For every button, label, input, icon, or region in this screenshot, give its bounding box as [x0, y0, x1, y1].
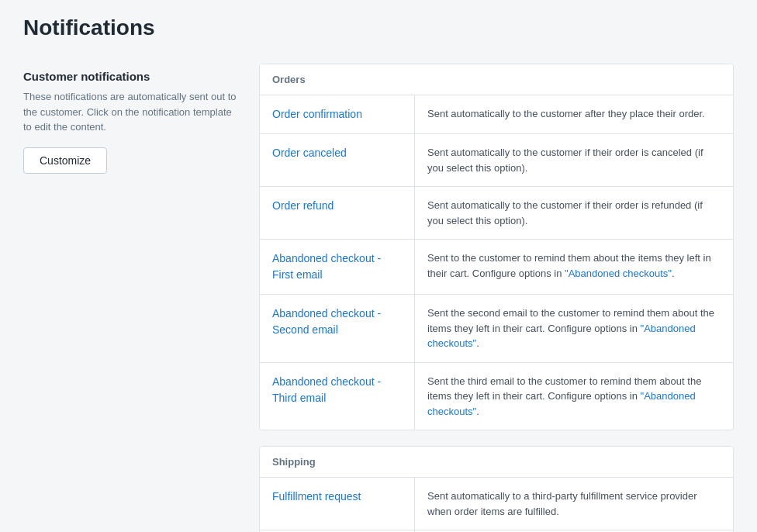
notification-link[interactable]: Order canceled	[272, 147, 347, 159]
customize-button[interactable]: Customize	[23, 147, 107, 174]
main-content: OrdersOrder confirmationSent automatical…	[259, 64, 734, 532]
section-header-shipping: Shipping	[260, 447, 733, 478]
notification-name-cell: Abandoned checkout - Third email	[260, 363, 415, 430]
section-orders: OrdersOrder confirmationSent automatical…	[259, 64, 734, 430]
notification-name-cell: Order refund	[260, 187, 415, 239]
notification-link[interactable]: Order confirmation	[272, 108, 362, 120]
notification-link[interactable]: Abandoned checkout - Third email	[272, 375, 381, 404]
notification-row: Order canceledSent automatically to the …	[260, 134, 733, 187]
page-title: Notifications	[23, 16, 734, 40]
notification-row: Abandoned checkout - Third emailSent the…	[260, 363, 733, 430]
notification-description: Sent to the customer to remind them abou…	[415, 240, 733, 294]
notification-description: Sent automatically to the customer if th…	[415, 187, 733, 239]
section-shipping: ShippingFulfillment requestSent automati…	[259, 446, 734, 532]
notification-description: Sent automatically to the customer after…	[415, 95, 733, 133]
notification-link[interactable]: Order refund	[272, 199, 334, 212]
abandoned-checkouts-link[interactable]: "Abandoned checkouts"	[427, 323, 696, 350]
notification-link[interactable]: Abandoned checkout - First email	[272, 252, 381, 281]
notification-description: Sent automatically to a third-party fulf…	[415, 478, 733, 530]
section-header-orders: Orders	[260, 64, 733, 95]
notification-name-cell: Fulfillment request	[260, 478, 415, 530]
abandoned-checkouts-link[interactable]: "Abandoned checkouts"	[565, 268, 672, 279]
abandoned-checkouts-link[interactable]: "Abandoned checkouts"	[427, 390, 696, 417]
sidebar: Customer notifications These notificatio…	[23, 64, 240, 174]
notification-name-cell: Abandoned checkout - First email	[260, 240, 415, 294]
notification-name-cell: Order canceled	[260, 134, 415, 186]
notification-row: Fulfillment requestSent automatically to…	[260, 478, 733, 530]
sidebar-description: These notifications are automatically se…	[23, 89, 240, 135]
sidebar-heading: Customer notifications	[23, 70, 240, 83]
notification-description: Sent the third email to the customer to …	[415, 363, 733, 430]
notification-row: Abandoned checkout - First emailSent to …	[260, 240, 733, 295]
notification-name-cell: Abandoned checkout - Second email	[260, 295, 415, 362]
notification-description: Sent automatically to the customer if th…	[415, 134, 733, 186]
notification-row: Abandoned checkout - Second emailSent th…	[260, 295, 733, 363]
notification-link[interactable]: Fulfillment request	[272, 490, 361, 503]
notification-name-cell: Order confirmation	[260, 95, 415, 133]
notification-description: Sent the second email to the customer to…	[415, 295, 733, 362]
notification-row: Order refundSent automatically to the cu…	[260, 187, 733, 240]
notification-row: Order confirmationSent automatically to …	[260, 95, 733, 134]
notification-link[interactable]: Abandoned checkout - Second email	[272, 307, 381, 336]
